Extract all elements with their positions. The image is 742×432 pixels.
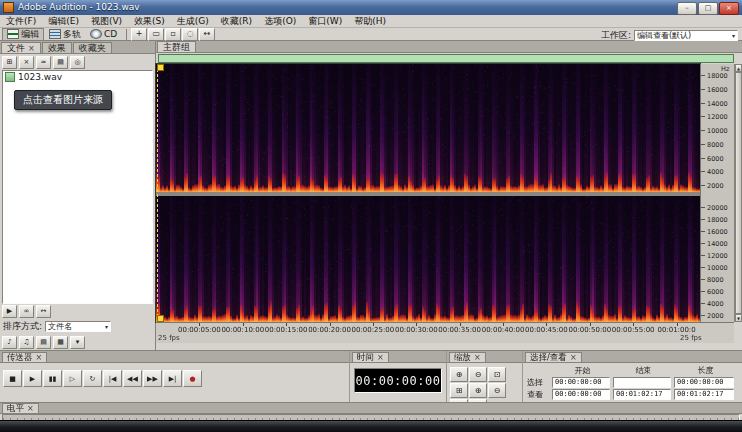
- insert-into-multitrack-button[interactable]: ▤: [53, 56, 68, 69]
- menu-item[interactable]: 窗口(W): [302, 16, 348, 27]
- menu-item[interactable]: 视图(V): [85, 16, 128, 27]
- edit-file-button[interactable]: ≈: [36, 56, 51, 69]
- selection-length-field[interactable]: 00:00:00:00: [674, 377, 734, 388]
- tab-zoom[interactable]: 缩放 ×: [449, 352, 486, 362]
- close-icon[interactable]: ×: [27, 404, 34, 413]
- transport-tab-label: 传送器: [7, 353, 33, 362]
- play-from-cursor-button[interactable]: ▷: [63, 370, 82, 387]
- tab-transport[interactable]: 传送器 ×: [2, 352, 47, 362]
- pause-button[interactable]: ▮▮: [43, 370, 62, 387]
- auto-play-button[interactable]: ▶: [2, 305, 17, 318]
- hybrid-tool-button[interactable]: +: [131, 28, 147, 41]
- app-icon: [3, 2, 14, 13]
- multitrack-view-button[interactable]: 多轨: [45, 29, 85, 40]
- play-looped-button[interactable]: ↻: [83, 370, 102, 387]
- menu-item[interactable]: 收藏(R): [215, 16, 258, 27]
- selection-start-field[interactable]: 00:00:00:00: [552, 377, 610, 388]
- col-end: 结束: [613, 365, 674, 376]
- view-start-field[interactable]: 00:00:00:00: [552, 389, 610, 400]
- scrub-tool-button[interactable]: ↔: [199, 28, 215, 41]
- time-tab-label: 时间: [357, 353, 374, 362]
- loop-playback-button[interactable]: ∞: [19, 305, 34, 318]
- scroll-up-icon[interactable]: ▲: [735, 64, 742, 72]
- tab-effects-label: 效果: [48, 43, 66, 53]
- time-display: 00:00:00:00: [354, 368, 442, 393]
- selection-end-field[interactable]: [613, 377, 671, 388]
- menu-item[interactable]: 生成(G): [171, 16, 215, 27]
- rewind-button[interactable]: ◀◀: [123, 370, 142, 387]
- menu-item[interactable]: 选项(O): [258, 16, 302, 27]
- close-button[interactable]: ×: [719, 2, 739, 15]
- show-midi-files-button[interactable]: ▦: [53, 336, 68, 349]
- zoom-in-vertical-button[interactable]: ⊕: [469, 383, 487, 398]
- workspace-select[interactable]: 编辑查看(默认) ▾: [634, 30, 738, 41]
- playhead-handle-bottom[interactable]: [157, 315, 164, 322]
- navigator-bar[interactable]: [158, 54, 734, 63]
- zoom-out-horizontal-button[interactable]: ⊖: [469, 367, 487, 382]
- multitrack-view-label: 多轨: [63, 29, 81, 39]
- marquee-selection-tool-button[interactable]: ▫: [165, 28, 181, 41]
- sort-by-select[interactable]: 文件名 ▾: [45, 321, 111, 332]
- ruler-format-row: 25 fps 25 fps: [156, 334, 734, 343]
- import-file-button[interactable]: ⊞: [2, 56, 17, 69]
- file-name: 1023.wav: [18, 72, 62, 82]
- show-loop-files-button[interactable]: ♫: [19, 336, 34, 349]
- close-icon[interactable]: ×: [377, 353, 384, 362]
- tab-time[interactable]: 时间 ×: [352, 352, 389, 362]
- time-panel: 时间 × 00:00:00:00: [350, 351, 447, 402]
- edit-view-button[interactable]: 编辑: [2, 28, 44, 41]
- go-to-beginning-button[interactable]: |◀: [103, 370, 122, 387]
- cd-view-button[interactable]: CD: [86, 29, 121, 40]
- file-item[interactable]: 1023.wav: [3, 71, 152, 83]
- files-media-row: ▶∞↔: [0, 304, 155, 319]
- scrollbar-thumb[interactable]: [735, 72, 742, 314]
- time-tabstrip: 时间 ×: [350, 351, 446, 363]
- go-to-end-button[interactable]: ▶|: [163, 370, 182, 387]
- filter-options-button[interactable]: ▾: [70, 336, 85, 349]
- playhead[interactable]: [157, 64, 158, 322]
- freq-scale-top: 1800016000140001200010000800060004000200…: [701, 64, 735, 192]
- view-length-field[interactable]: 00:01:02:17: [674, 389, 734, 400]
- maximize-button[interactable]: □: [698, 2, 718, 15]
- menu-item[interactable]: 帮助(H): [348, 16, 392, 27]
- stop-button[interactable]: ■: [3, 370, 22, 387]
- zoom-to-selection-button[interactable]: ⊡: [488, 367, 506, 382]
- menu-item[interactable]: 文件(F): [0, 16, 42, 27]
- tab-main-group[interactable]: 主群组: [157, 41, 196, 52]
- close-icon[interactable]: ×: [570, 353, 577, 362]
- taskbar[interactable]: [0, 420, 742, 432]
- tab-favorites[interactable]: 收藏夹: [73, 42, 112, 53]
- view-end-field[interactable]: 00:01:02:17: [613, 389, 671, 400]
- zoom-full-button[interactable]: ⊞: [450, 383, 468, 398]
- zoom-in-horizontal-button[interactable]: ⊕: [450, 367, 468, 382]
- zoom-out-vertical-button[interactable]: ⊖: [488, 383, 506, 398]
- spectrogram-display[interactable]: [156, 64, 700, 322]
- menu-item[interactable]: 编辑(E): [42, 16, 85, 27]
- play-button[interactable]: ▶: [23, 370, 42, 387]
- close-icon[interactable]: ×: [28, 44, 35, 53]
- tab-selection-view[interactable]: 选择/查看 ×: [525, 352, 582, 362]
- close-icon[interactable]: ×: [36, 353, 43, 362]
- tab-effects[interactable]: 效果: [42, 42, 72, 53]
- close-file-button[interactable]: ×: [19, 56, 34, 69]
- title-bar[interactable]: Adobe Audition - 1023.wav – □ ×: [0, 0, 742, 15]
- minimize-button[interactable]: –: [677, 2, 697, 15]
- tab-files[interactable]: 文件 ×: [1, 42, 41, 53]
- scroll-down-icon[interactable]: ▼: [735, 314, 742, 322]
- follow-playback-button[interactable]: ↔: [36, 305, 51, 318]
- chevron-down-icon: ▾: [732, 31, 735, 41]
- insert-into-cd-button[interactable]: ◎: [70, 56, 85, 69]
- show-video-files-button[interactable]: ▤: [36, 336, 51, 349]
- fast-forward-button[interactable]: ▶▶: [143, 370, 162, 387]
- show-audio-files-button[interactable]: ♪: [2, 336, 17, 349]
- close-icon[interactable]: ×: [474, 353, 481, 362]
- vertical-scrollbar[interactable]: ▲ ▼: [734, 64, 742, 322]
- playhead-handle-top[interactable]: [157, 64, 164, 71]
- tool-buttons: +▭▫◌↔: [131, 28, 216, 41]
- record-button[interactable]: ●: [183, 370, 202, 387]
- lasso-selection-tool-button[interactable]: ◌: [182, 28, 198, 41]
- tab-levels[interactable]: 电平 ×: [2, 403, 39, 413]
- time-selection-tool-button[interactable]: ▭: [148, 28, 164, 41]
- cd-view-label: CD: [104, 29, 117, 39]
- menu-item[interactable]: 效果(S): [128, 16, 171, 27]
